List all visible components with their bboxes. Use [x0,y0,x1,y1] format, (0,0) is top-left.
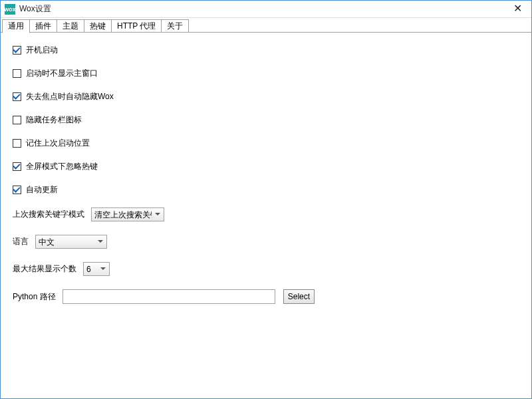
keyword-mode-select[interactable]: 清空上次搜索关键 [91,207,164,221]
keyword-mode-label: 上次搜索关键字模式 [13,209,84,220]
checkbox-label: 开机启动 [26,45,58,56]
checkbox-label: 失去焦点时自动隐藏Wox [26,91,114,102]
checkbox-auto-update[interactable] [13,186,21,194]
checkbox-ignore-hotkey-fullscreen[interactable] [13,162,21,171]
checkbox-label: 启动时不显示主窗口 [26,68,98,79]
titlebar: wox Wox设置 ✕ [1,1,531,18]
row-language: 语言 中文 [13,235,519,249]
checkbox-row-hide-on-blur[interactable]: 失去焦点时自动隐藏Wox [13,91,519,102]
max-results-select[interactable]: 6 [83,262,110,276]
python-path-select-button[interactable]: Select [283,289,315,304]
max-results-label: 最大结果显示个数 [13,263,76,275]
row-python-path: Python 路径 Select [13,289,519,304]
tab-http-proxy[interactable]: HTTP 代理 [111,19,162,33]
checkbox-start-on-boot[interactable] [13,46,21,55]
python-path-label: Python 路径 [13,291,56,303]
checkbox-row-auto-update[interactable]: 自动更新 [13,184,519,196]
language-label: 语言 [13,236,29,247]
tab-general[interactable]: 通用 [2,19,30,33]
app-icon: wox [5,4,15,15]
checkbox-row-ignore-hotkey-fullscreen[interactable]: 全屏模式下忽略热键 [13,161,519,172]
window-title: Wox设置 [19,3,51,15]
checkbox-row-hide-on-startup[interactable]: 启动时不显示主窗口 [13,68,519,79]
python-path-input[interactable] [63,289,275,304]
close-button[interactable]: ✕ [509,2,526,15]
language-select[interactable]: 中文 [35,235,107,249]
checkbox-hide-tray[interactable] [13,116,21,124]
checkbox-row-hide-tray[interactable]: 隐藏任务栏图标 [13,114,519,126]
tab-theme[interactable]: 主题 [57,19,84,33]
checkbox-remember-position[interactable] [13,139,21,148]
tab-hotkey[interactable]: 热键 [84,19,112,33]
checkbox-hide-on-startup[interactable] [13,69,21,78]
tab-about[interactable]: 关于 [161,19,189,33]
tab-bar: 通用 插件 主题 热键 HTTP 代理 关于 [1,18,531,33]
checkbox-row-start-on-boot[interactable]: 开机启动 [13,45,519,56]
tab-plugins[interactable]: 插件 [29,19,57,33]
checkbox-label: 自动更新 [26,184,58,196]
row-max-results: 最大结果显示个数 6 [13,262,519,276]
checkbox-hide-on-blur[interactable] [13,92,21,101]
content-pane: 开机启动 启动时不显示主窗口 失去焦点时自动隐藏Wox 隐藏任务栏图标 记住上次… [1,33,531,329]
checkbox-label: 记住上次启动位置 [26,138,90,149]
row-keyword-mode: 上次搜索关键字模式 清空上次搜索关键 [13,207,519,221]
checkbox-label: 隐藏任务栏图标 [26,114,82,126]
checkbox-label: 全屏模式下忽略热键 [26,161,98,172]
checkbox-row-remember-position[interactable]: 记住上次启动位置 [13,138,519,149]
